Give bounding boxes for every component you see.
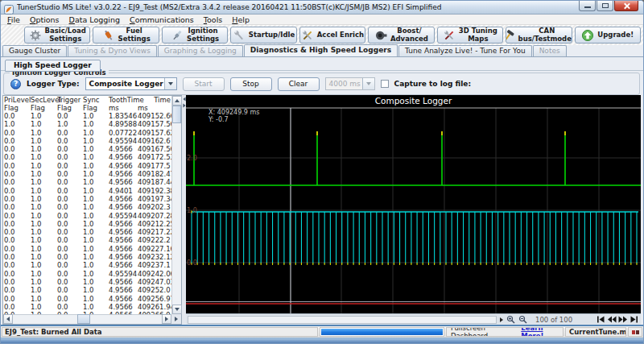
table-row[interactable]: 0.01.00.01.04.95594409162.6 — [3, 137, 171, 145]
menu-data-logging[interactable]: Data Logging — [64, 15, 125, 24]
capture-checkbox[interactable] — [381, 80, 389, 88]
menu-tools[interactable]: Tools — [199, 15, 227, 24]
table-row[interactable]: 0.01.00.01.01.83546409152.66 — [3, 112, 171, 120]
close-button[interactable] — [614, 1, 638, 11]
toolbar-button-3d-tuning-maps[interactable]: 3D TuningMaps — [437, 27, 503, 44]
zoom-in-icon[interactable] — [506, 315, 515, 324]
cursor-y-readout: Y: -0.7 — [208, 116, 229, 123]
start-button[interactable]: Start — [183, 77, 225, 91]
play-icon[interactable] — [500, 317, 503, 322]
table-row[interactable]: 0.01.00.01.04.95594409207.28 — [3, 212, 171, 220]
tab-tune-analyze-live-tune-for-you[interactable]: Tune Analyze Live! - Tune For You — [398, 45, 532, 56]
table-row[interactable]: 0.01.00.01.04.9566409217.22 — [3, 228, 171, 236]
table-row[interactable]: 0.01.00.01.04.9566409227.16 — [3, 245, 171, 253]
table-cell: 1.0 — [30, 153, 56, 161]
chevron-down-icon[interactable] — [164, 78, 176, 89]
table-vertical-scrollbar[interactable] — [171, 96, 181, 314]
menu-file[interactable]: File — [2, 15, 25, 24]
fullscreen-dashboard-label: Fullscreen Dashboard — [451, 327, 516, 337]
tab-diagnostics-high-speed-loggers[interactable]: Diagnostics & High Speed Loggers — [244, 44, 398, 56]
table-row[interactable]: 0.01.00.01.04.9566409202.3 — [3, 203, 171, 211]
table-cell: 0.0 — [56, 162, 82, 170]
toolbar-button-upgrade[interactable]: Upgrade! — [575, 27, 641, 44]
scroll-up-button[interactable] — [172, 96, 182, 106]
last-page-button[interactable] — [630, 316, 638, 323]
menu-communications[interactable]: Communications — [125, 15, 199, 24]
toolbar-button-startup-idle[interactable]: Startup/Idle — [230, 27, 296, 44]
log-table-viewport[interactable]: PriLevelFlagSecLevelFlagTriggerFlagSyncF… — [3, 96, 171, 314]
table-row[interactable]: 0.01.00.01.04.9566409222.2 — [3, 236, 171, 244]
table-cell: 409177.5 — [137, 162, 171, 170]
tab-high-speed-logger[interactable]: High Speed Logger — [5, 60, 101, 72]
minimize-button[interactable] — [579, 1, 596, 11]
title-bar[interactable]: TunerStudio MS Lite! v3.0.22 - EJ9_Test … — [1, 1, 643, 15]
toolbar-button-label: Startup/Idle — [249, 31, 295, 39]
table-row[interactable]: 0.01.00.01.04.95594409242.06 — [3, 270, 171, 278]
table-cell: 0.0 — [3, 153, 30, 161]
hammer-icon — [506, 29, 514, 42]
scroll-right-button[interactable] — [162, 314, 171, 324]
zoom-out-icon[interactable] — [518, 315, 527, 324]
logger-type-select[interactable]: Composite Logger — [85, 77, 177, 90]
column-header-trigger: TriggerFlag — [56, 96, 82, 112]
table-horizontal-scrollbar[interactable] — [3, 314, 171, 324]
scrollbar-corner — [171, 314, 181, 324]
table-row[interactable]: 0.01.00.01.04.9566409182.47 — [3, 170, 171, 178]
chevron-down-icon — [362, 78, 374, 89]
maximize-button[interactable] — [597, 1, 613, 11]
table-row[interactable]: 0.01.00.01.04.9566409167.56 — [3, 145, 171, 153]
window-bottom-border — [1, 338, 643, 344]
table-cell: 0.0 — [3, 212, 30, 220]
vertical-scroll-thumb[interactable] — [172, 106, 181, 123]
chart-scroll-track[interactable] — [188, 316, 497, 324]
composite-logger-chart[interactable]: 2.01.00.0 Composite Logger X: 409249.9 m… — [186, 95, 641, 313]
menu-options[interactable]: Options — [25, 15, 64, 24]
table-row[interactable]: 0.01.00.01.04.9566409237.1 — [3, 261, 171, 269]
first-page-button[interactable] — [597, 316, 605, 323]
learn-more-link[interactable]: Learn More! — [521, 327, 563, 337]
toolbar-button-ignition-settings[interactable]: IgnitionSettings — [162, 27, 228, 44]
splitter-collapse-left-icon[interactable] — [183, 97, 185, 102]
table-cell: 4.9566 — [108, 153, 137, 161]
table-cell: 1.0 — [82, 245, 108, 253]
table-cell: 1.0 — [30, 137, 56, 145]
table-row[interactable]: 0.01.00.01.04.9401409192.38 — [3, 187, 171, 195]
table-row[interactable]: 0.01.00.01.04.9566409261.94 — [3, 303, 171, 311]
table-cell: 4.95594 — [108, 137, 137, 145]
next-page-button[interactable] — [618, 316, 628, 323]
table-row[interactable]: 0.01.00.01.04.9566409247.03 — [3, 278, 171, 286]
scroll-left-button[interactable] — [3, 314, 13, 324]
table-cell: 1.0 — [82, 129, 108, 137]
table-cell: 1.0 — [30, 212, 56, 220]
table-row[interactable]: 0.01.00.01.04.9566409187.44 — [3, 178, 171, 186]
table-row[interactable]: 0.01.00.01.04.9566409177.5 — [3, 162, 171, 170]
toolbar-button-can-bus-testmodes[interactable]: CANbus/Testmodes — [506, 27, 572, 44]
help-icon[interactable]: ? — [10, 79, 21, 89]
table-cell: 0.0 — [3, 236, 30, 244]
toolbar-button-fuel-settings[interactable]: FuelSettings — [93, 27, 159, 44]
table-row[interactable]: 0.01.00.01.04.9566409212.25 — [3, 220, 171, 228]
horizontal-scroll-thumb[interactable] — [77, 314, 90, 324]
table-row[interactable]: 1.01.01.01.04.89588409157.56 — [3, 120, 171, 128]
toolbar-button-basic-load-settings[interactable]: Basic/LoadSettings — [24, 27, 90, 44]
table-cell: 4.9566 — [108, 245, 137, 253]
table-cell: 1.0 — [82, 295, 108, 303]
table-row[interactable]: 0.01.00.01.04.9566409256.97 — [3, 295, 171, 303]
table-cell: 409232.12 — [137, 253, 171, 261]
splitter-collapse-right-icon[interactable] — [183, 104, 185, 108]
table-row[interactable]: 0.01.00.01.04.9566409172.53 — [3, 153, 171, 161]
clear-button[interactable]: Clear — [278, 77, 320, 91]
table-row[interactable]: 0.01.00.01.00.07722409157.62 — [3, 129, 171, 137]
table-row[interactable]: 0.01.00.01.04.9566409232.12 — [3, 253, 171, 261]
menu-help[interactable]: Help — [227, 15, 254, 24]
tab-gauge-cluster[interactable]: Gauge Cluster — [2, 45, 67, 56]
prev-page-button[interactable] — [607, 316, 617, 323]
toolbar-button-accel-enrich[interactable]: Accel Enrich — [299, 27, 365, 44]
table-cell: 1.0 — [30, 195, 56, 203]
stop-button[interactable]: Stop — [230, 77, 272, 91]
table-row[interactable]: 0.01.00.01.04.9566409197.34 — [3, 195, 171, 203]
table-cell: 4.9566 — [108, 178, 137, 186]
scroll-down-button[interactable] — [172, 305, 182, 314]
toolbar-button-boost-advanced[interactable]: Boost/Advanced — [368, 27, 434, 44]
table-row[interactable]: 0.01.00.01.04.9566409252.0 — [3, 286, 171, 294]
